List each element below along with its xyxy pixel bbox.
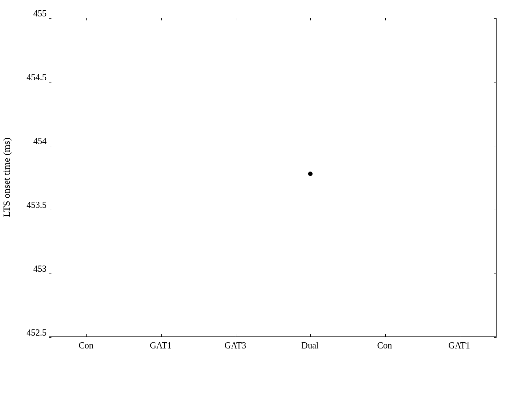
y-tick-right xyxy=(494,274,497,274)
y-tick-label: 453.5 xyxy=(27,200,47,210)
y-tick-right xyxy=(494,210,497,210)
x-tick-top xyxy=(236,18,236,20)
x-tick-bottom xyxy=(385,334,386,337)
x-tick-bottom xyxy=(86,334,87,337)
x-tick-bottom xyxy=(161,334,162,337)
y-tick-label: 452.5 xyxy=(27,328,47,338)
chart-container: LTS onset time (ms) 452.5453453.5454454.… xyxy=(0,0,532,399)
x-tick-label: Dual xyxy=(292,340,328,351)
y-tick-right xyxy=(494,337,497,338)
x-tick-top xyxy=(86,18,87,20)
y-tick-label: 455 xyxy=(27,8,47,19)
y-tick-right xyxy=(494,18,497,19)
y-tick-label: 453 xyxy=(27,264,47,274)
x-tick-label: Con xyxy=(68,340,104,351)
x-tick-bottom xyxy=(310,334,311,337)
x-tick-label: GAT3 xyxy=(218,340,253,351)
x-tick-label: GAT1 xyxy=(442,340,477,351)
x-tick-top xyxy=(310,18,311,20)
x-tick-top xyxy=(161,18,162,20)
x-tick-bottom xyxy=(236,334,236,337)
y-tick-label: 454 xyxy=(27,136,47,146)
y-tick-label: 454.5 xyxy=(27,72,47,82)
x-tick-label: GAT1 xyxy=(143,340,179,351)
y-tick-right xyxy=(494,82,497,82)
y-tick-left xyxy=(49,210,51,210)
x-tick-label: Con xyxy=(367,340,403,351)
y-tick-right xyxy=(494,146,497,146)
y-tick-left xyxy=(49,274,51,274)
x-tick-top xyxy=(460,18,460,20)
y-tick-left xyxy=(49,146,51,146)
x-tick-bottom xyxy=(460,334,460,337)
y-tick-left xyxy=(49,18,51,19)
y-axis-label: LTS onset time (ms) xyxy=(0,18,13,337)
data-point xyxy=(308,172,313,176)
y-tick-left xyxy=(49,82,51,82)
y-tick-left xyxy=(49,337,51,338)
chart-area xyxy=(49,18,497,337)
x-tick-top xyxy=(385,18,386,20)
